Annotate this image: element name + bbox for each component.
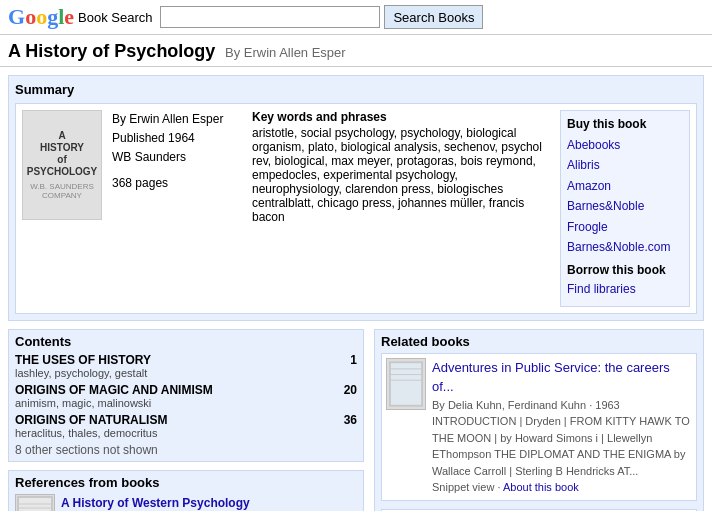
summary-section: Summary A HISTORY of PSYCHOLOGY W.B. SAU… [8,75,704,321]
left-col: Contents THE USES OF HISTORY 1 lashley, … [8,329,374,511]
google-logo: Google [8,4,74,30]
about-link-1[interactable]: About this book [503,481,579,493]
buy-amazon[interactable]: Amazon [567,176,683,196]
svg-rect-6 [391,363,421,405]
chapter-name-3: ORIGINS OF NATURALISM [15,413,167,427]
buy-section: Buy this book Abebooks Alibris Amazon Ba… [560,110,690,307]
search-input[interactable] [160,6,380,28]
chapter-name-1: THE USES OF HISTORY [15,353,151,367]
snippet-label-1: Snippet view [432,481,494,493]
references-section: References from books A History of Weste… [8,470,364,511]
related-info-1: Adventures in Public Service: the career… [432,358,692,496]
related-body-1: INTRODUCTION | Dryden | FROM KITTY HAWK … [432,413,692,479]
related-section: Related books Adventures in Public Servi… [374,329,704,511]
chapter-sub-3: heraclitus, thales, democritus [15,427,357,439]
book-cover-title: A HISTORY of PSYCHOLOGY [27,130,98,178]
meta-published: Published 1964 [112,129,242,148]
related-meta-1: By Delia Kuhn, Ferdinand Kuhn · 1963 [432,397,692,414]
meta-pages: 368 pages [112,174,242,193]
chapter-sub-2: animism, magic, malinowski [15,397,357,409]
contents-more: 8 other sections not shown [15,443,357,457]
ref-thumb-1 [15,494,55,511]
find-libraries[interactable]: Find libraries [567,279,683,299]
buy-barnes-noble-com[interactable]: Barnes&Noble.com [567,237,683,257]
main: Summary A HISTORY of PSYCHOLOGY W.B. SAU… [0,75,712,511]
keywords-text: aristotle, social psychology, psychology… [252,126,550,224]
buy-barnes-noble[interactable]: Barnes&Noble [567,196,683,216]
summary-title: Summary [15,82,697,97]
meta-author: By Erwin Allen Esper [112,110,242,129]
two-col: Contents THE USES OF HISTORY 1 lashley, … [8,329,704,511]
book-title: A History of Psychology [8,41,215,61]
svg-rect-1 [19,498,51,511]
borrow-title: Borrow this book [567,263,683,277]
buy-froogle[interactable]: Froogle [567,217,683,237]
book-title-area: A History of Psychology By Erwin Allen E… [0,35,712,67]
chapter-page-3: 36 [344,413,357,427]
references-title: References from books [15,475,357,490]
chapter-sub-1: lashley, psychology, gestalt [15,367,357,379]
right-col: Related books Adventures in Public Servi… [374,329,704,511]
related-entry-1: Adventures in Public Service: the career… [381,353,697,501]
buy-title: Buy this book [567,117,683,131]
ref-link-1[interactable]: A History of Western Psychology [61,496,250,510]
contents-section: Contents THE USES OF HISTORY 1 lashley, … [8,329,364,462]
ref-entry-1: A History of Western Psychology By David… [15,494,357,511]
contents-entry-3: ORIGINS OF NATURALISM 36 heraclitus, tha… [15,413,357,439]
buy-alibris[interactable]: Alibris [567,155,683,175]
book-search-label: Book Search [78,10,152,25]
ref-info-1: A History of Western Psychology By David… [61,494,314,511]
keywords-section: Key words and phrases aristotle, social … [252,110,550,307]
buy-abebooks[interactable]: Abebooks [567,135,683,155]
related-title: Related books [381,334,697,349]
book-author-inline: By Erwin Allen Esper [225,45,346,60]
contents-entry-2: ORIGINS OF MAGIC AND ANIMISM 20 animism,… [15,383,357,409]
contents-entry-1: THE USES OF HISTORY 1 lashley, psycholog… [15,353,357,379]
header: Google Book Search Search Books [0,0,712,35]
summary-inner: A HISTORY of PSYCHOLOGY W.B. SAUNDERS CO… [15,103,697,314]
contents-title: Contents [15,334,357,349]
chapter-page-2: 20 [344,383,357,397]
keywords-label: Key words and phrases [252,110,550,124]
book-meta: By Erwin Allen Esper Published 1964 WB S… [112,110,242,307]
related-thumb-1 [386,358,426,410]
search-button[interactable]: Search Books [384,5,483,29]
chapter-name-2: ORIGINS OF MAGIC AND ANIMISM [15,383,213,397]
chapter-page-1: 1 [350,353,357,367]
book-cover: A HISTORY of PSYCHOLOGY W.B. SAUNDERS CO… [22,110,102,220]
meta-publisher: WB Saunders [112,148,242,167]
related-link-1[interactable]: Adventures in Public Service: the career… [432,360,670,395]
